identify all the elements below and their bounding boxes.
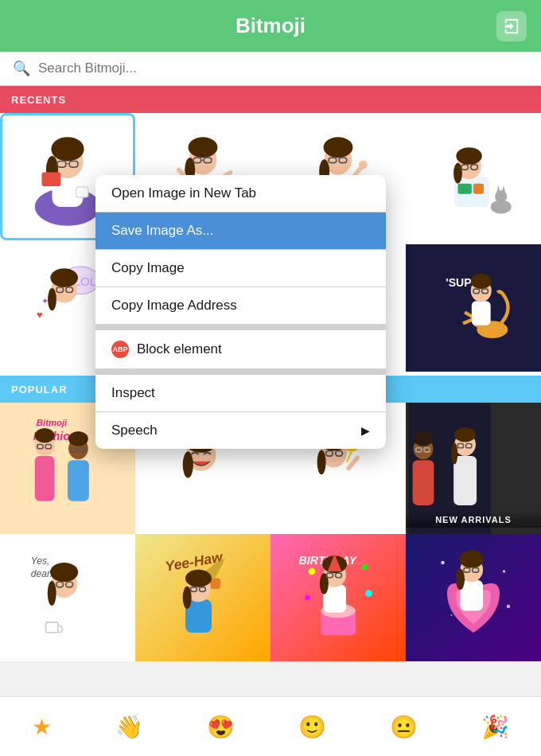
menu-copy-image-address[interactable]: Copy Image Address [95,287,386,324]
menu-copy-image-address-label: Copy Image Address [111,298,237,314]
menu-block-element[interactable]: ABP Block element [95,330,386,368]
menu-section-divider-2 [95,368,386,375]
menu-inspect-label: Inspect [111,385,155,401]
menu-save-image-as[interactable]: Save Image As... [95,212,386,249]
speech-submenu-arrow: ▶ [361,424,370,437]
menu-section-divider-1 [95,324,386,330]
menu-speech-label: Speech [111,423,158,438]
context-menu: Open Image in New Tab Save Image As... C… [95,175,386,449]
menu-save-image-as-label: Save Image As... [111,223,214,239]
menu-block-element-label: Block element [137,341,222,357]
menu-copy-image[interactable]: Copy Image [95,250,386,286]
context-menu-overlay: Open Image in New Tab Save Image As... C… [0,0,541,756]
menu-speech[interactable]: Speech ▶ [95,412,386,449]
menu-open-new-tab-label: Open Image in New Tab [111,185,256,201]
menu-inspect[interactable]: Inspect [95,375,386,411]
menu-copy-image-label: Copy Image [111,260,185,276]
abp-badge: ABP [111,341,129,358]
menu-open-new-tab[interactable]: Open Image in New Tab [95,175,386,212]
